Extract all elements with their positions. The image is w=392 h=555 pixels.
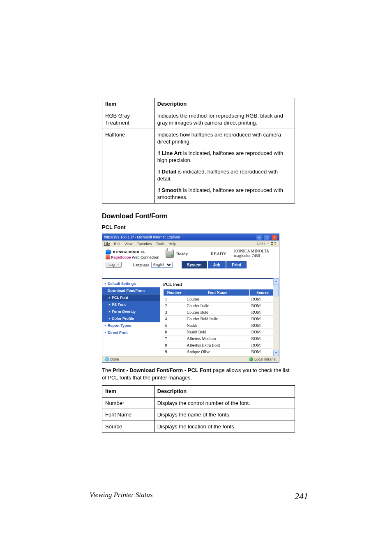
table-row: 5NaskhROM — [164, 322, 276, 329]
footer-page-number: 241 — [295, 491, 308, 502]
sidebar-default-settings[interactable]: Default Settings — [102, 280, 160, 287]
cell: 6 — [164, 329, 185, 335]
pcl-font-table: Number Font Name Source 1CourierROM2Cour… — [163, 289, 276, 355]
printer-status-big: READY — [211, 251, 226, 256]
language-label: Language — [133, 263, 149, 267]
menu-view[interactable]: View — [125, 242, 132, 246]
vertical-scrollbar[interactable]: ▴ ▾ — [273, 278, 279, 356]
cell-item: Halftone — [102, 129, 154, 203]
cell: Albertus Extra Bold — [185, 342, 250, 349]
brand-logo: KONICA MINOLTA — [106, 250, 163, 254]
browser-screenshot: http://192.168.1.2/ - Microsoft Internet… — [102, 234, 279, 363]
cell: Courier Italic — [185, 303, 250, 309]
cell-item: Number — [102, 397, 154, 409]
cell: Antique Olive — [185, 349, 250, 355]
cell: Naskh Bold — [185, 329, 250, 335]
model-line1: KONICA MINOLTA — [234, 249, 269, 253]
cell: 2 — [164, 303, 185, 309]
table-row: 4Courier Bold ItalicROM — [164, 316, 276, 322]
th-desc: Description — [154, 386, 295, 398]
menu-file[interactable]: File — [104, 242, 110, 246]
web-connection-label: PageScope Web Connection — [106, 255, 163, 259]
window-titlebar: http://192.168.1.2/ - Microsoft Internet… — [102, 234, 279, 240]
zone-icon — [249, 357, 253, 361]
window-buttons: – □ × — [256, 235, 277, 240]
rgb-halftone-table: Item Description RGB Gray Treatment Indi… — [102, 98, 295, 204]
desc-para: Indicates the method for reproducing RGB… — [157, 112, 292, 127]
pcl-font-desc-table: Item Description Number Displays the con… — [102, 385, 295, 432]
sidebar-form-overlay[interactable]: Form Overlay — [102, 308, 160, 315]
cell: 8 — [164, 342, 185, 349]
status-done: 🌐 Done — [105, 357, 119, 361]
links-label[interactable]: Links — [257, 241, 265, 245]
status-zone: Local intranet — [254, 357, 277, 361]
sidebar-pcl-font[interactable]: PCL Font — [102, 294, 160, 301]
sidebar-direct-print[interactable]: Direct Print — [102, 329, 160, 336]
cell: Courier — [185, 296, 250, 303]
menu-edit[interactable]: Edit — [114, 242, 121, 246]
printer-status-small: Ready — [176, 251, 188, 256]
scroll-thumb[interactable] — [274, 285, 279, 296]
tab-job[interactable]: Job — [208, 261, 226, 268]
links-chevron-icon[interactable]: » — [267, 241, 269, 245]
cell: ROM — [250, 329, 276, 335]
windows-flag-icon[interactable] — [271, 241, 277, 245]
tab-system[interactable]: System — [182, 261, 207, 268]
tab-print[interactable]: Print — [226, 261, 247, 268]
cell: ROM — [250, 303, 276, 309]
sidebar-report-types[interactable]: Report Types — [102, 322, 160, 329]
menu-favorites[interactable]: Favorites — [136, 242, 152, 246]
th-item: Item — [102, 386, 154, 398]
minimize-icon[interactable]: – — [256, 235, 262, 240]
section-heading: Download Font/Form — [102, 213, 295, 220]
footer-title: Viewing Printer Status — [90, 491, 153, 502]
desc-para: If Smooth is indicated, halftones are re… — [157, 187, 292, 201]
table-row: 7Albertus MediumROM — [164, 335, 276, 342]
sidebar-ps-font[interactable]: PS Font — [102, 301, 160, 308]
table-row: Number Displays the control number of th… — [102, 397, 295, 409]
table-row: RGB Gray Treatment Indicates the method … — [102, 110, 295, 129]
cell: 9 — [164, 349, 185, 355]
intro-text: The Print - Download Font/Form - PCL Fon… — [102, 367, 295, 381]
desc-para: If Line Art is indicated, halftones are … — [157, 150, 292, 164]
scroll-down-icon[interactable]: ▾ — [273, 350, 279, 356]
cell-desc: Displays the name of the fonts. — [154, 409, 295, 421]
cell: 1 — [164, 296, 185, 303]
sidebar-color-profile[interactable]: Color Profile — [102, 315, 160, 322]
table-row: 6Naskh BoldROM — [164, 329, 276, 335]
sidebar-download-font[interactable]: Download Font/Form — [102, 287, 160, 294]
language-select[interactable]: English — [151, 262, 173, 268]
th-item: Item — [102, 98, 154, 110]
menu-tools[interactable]: Tools — [156, 242, 164, 246]
window-title: http://192.168.1.2/ - Microsoft Internet… — [104, 235, 180, 239]
cell: ROM — [250, 296, 276, 303]
table-row: 8Albertus Extra BoldROM — [164, 342, 276, 349]
th-source: Source — [250, 289, 276, 296]
cell: Courier Bold Italic — [185, 316, 250, 322]
desc-para: If Detail is indicated, halftones are re… — [157, 168, 292, 183]
menubar: File Edit View Favorites Tools Help — [102, 240, 279, 247]
cell: Albertus Medium — [185, 335, 250, 342]
printer-icon — [166, 250, 174, 258]
cell-desc: Indicates the method for reproducing RGB… — [154, 110, 295, 129]
th-desc: Description — [154, 98, 295, 110]
model-line2: magicolor 7450 — [234, 253, 269, 258]
close-icon[interactable]: × — [272, 235, 277, 240]
subsection-heading: PCL Font — [102, 224, 295, 230]
scroll-up-icon[interactable]: ▴ — [273, 278, 279, 285]
cell-desc: Displays the control number of the font. — [154, 397, 295, 409]
cell-item: Source — [102, 421, 154, 432]
table-row: 3Courier BoldROM — [164, 309, 276, 316]
cell: 7 — [164, 335, 185, 342]
cell: 3 — [164, 309, 185, 316]
cell: ROM — [250, 309, 276, 316]
maximize-icon[interactable]: □ — [264, 235, 270, 240]
cell: Courier Bold — [185, 309, 250, 316]
login-button[interactable]: Log in — [106, 262, 122, 268]
table-row: Font Name Displays the name of the fonts… — [102, 409, 295, 421]
table-row: 2Courier ItalicROM — [164, 303, 276, 309]
cell: 4 — [164, 316, 185, 322]
menu-help[interactable]: Help — [168, 242, 176, 246]
sidebar: Default Settings Download Font/Form PCL … — [102, 279, 160, 356]
desc-para: Indicates how halftones are reproduced w… — [157, 131, 292, 146]
